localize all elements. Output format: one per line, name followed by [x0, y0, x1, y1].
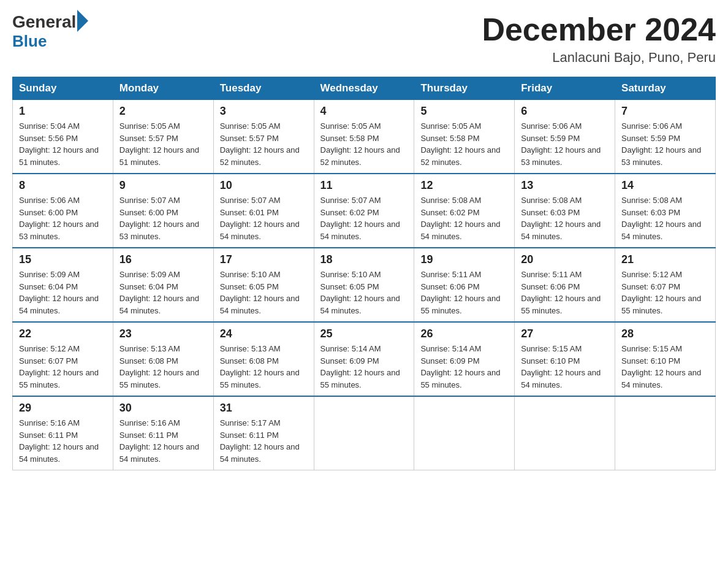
calendar-day-cell: 16 Sunrise: 5:09 AM Sunset: 6:04 PM Dayl…	[113, 248, 213, 322]
weekday-header-tuesday: Tuesday	[213, 77, 314, 100]
calendar-day-cell: 30 Sunrise: 5:16 AM Sunset: 6:11 PM Dayl…	[113, 396, 213, 470]
day-number: 25	[320, 327, 408, 340]
logo-arrow-icon	[77, 10, 88, 32]
day-number: 30	[119, 402, 207, 415]
day-number: 4	[320, 105, 408, 118]
day-number: 11	[320, 179, 408, 192]
day-number: 18	[320, 253, 408, 266]
day-info: Sunrise: 5:13 AM Sunset: 6:08 PM Dayligh…	[220, 343, 308, 391]
day-info: Sunrise: 5:05 AM Sunset: 5:58 PM Dayligh…	[320, 120, 408, 168]
day-info: Sunrise: 5:08 AM Sunset: 6:03 PM Dayligh…	[521, 194, 609, 242]
calendar-day-cell: 18 Sunrise: 5:10 AM Sunset: 6:05 PM Dayl…	[314, 248, 414, 322]
day-number: 5	[420, 105, 508, 118]
calendar-day-cell: 25 Sunrise: 5:14 AM Sunset: 6:09 PM Dayl…	[314, 322, 414, 396]
day-number: 15	[19, 253, 107, 266]
weekday-header-thursday: Thursday	[414, 77, 515, 100]
day-info: Sunrise: 5:14 AM Sunset: 6:09 PM Dayligh…	[420, 343, 508, 391]
day-number: 31	[220, 402, 308, 415]
day-info: Sunrise: 5:15 AM Sunset: 6:10 PM Dayligh…	[621, 343, 709, 391]
day-info: Sunrise: 5:09 AM Sunset: 6:04 PM Dayligh…	[19, 269, 107, 316]
day-info: Sunrise: 5:11 AM Sunset: 6:06 PM Dayligh…	[420, 269, 508, 316]
day-number: 21	[621, 253, 709, 266]
day-info: Sunrise: 5:07 AM Sunset: 6:00 PM Dayligh…	[119, 194, 207, 242]
day-info: Sunrise: 5:16 AM Sunset: 6:11 PM Dayligh…	[119, 417, 207, 465]
calendar-day-cell: 12 Sunrise: 5:08 AM Sunset: 6:02 PM Dayl…	[414, 174, 515, 248]
logo-blue-text: Blue	[12, 32, 47, 51]
day-info: Sunrise: 5:07 AM Sunset: 6:02 PM Dayligh…	[320, 194, 408, 242]
day-number: 27	[521, 327, 609, 340]
calendar-day-cell: 22 Sunrise: 5:12 AM Sunset: 6:07 PM Dayl…	[13, 322, 113, 396]
calendar-day-cell: 15 Sunrise: 5:09 AM Sunset: 6:04 PM Dayl…	[13, 248, 113, 322]
day-info: Sunrise: 5:10 AM Sunset: 6:05 PM Dayligh…	[220, 269, 308, 316]
weekday-header-sunday: Sunday	[13, 77, 113, 100]
calendar-day-cell: 31 Sunrise: 5:17 AM Sunset: 6:11 PM Dayl…	[213, 396, 314, 470]
day-info: Sunrise: 5:17 AM Sunset: 6:11 PM Dayligh…	[220, 417, 308, 465]
calendar-day-cell: 20 Sunrise: 5:11 AM Sunset: 6:06 PM Dayl…	[515, 248, 615, 322]
day-info: Sunrise: 5:04 AM Sunset: 5:56 PM Dayligh…	[19, 120, 107, 168]
calendar-week-row: 15 Sunrise: 5:09 AM Sunset: 6:04 PM Dayl…	[13, 248, 716, 322]
day-number: 29	[19, 402, 107, 415]
calendar-day-cell: 2 Sunrise: 5:05 AM Sunset: 5:57 PM Dayli…	[113, 100, 213, 174]
day-number: 24	[220, 327, 308, 340]
day-info: Sunrise: 5:12 AM Sunset: 6:07 PM Dayligh…	[621, 269, 709, 316]
day-number: 28	[621, 327, 709, 340]
calendar-week-row: 8 Sunrise: 5:06 AM Sunset: 6:00 PM Dayli…	[13, 174, 716, 248]
day-info: Sunrise: 5:15 AM Sunset: 6:10 PM Dayligh…	[521, 343, 609, 391]
day-info: Sunrise: 5:06 AM Sunset: 5:59 PM Dayligh…	[621, 120, 709, 168]
calendar-day-cell: 14 Sunrise: 5:08 AM Sunset: 6:03 PM Dayl…	[615, 174, 716, 248]
day-number: 7	[621, 105, 709, 118]
day-info: Sunrise: 5:05 AM Sunset: 5:57 PM Dayligh…	[119, 120, 207, 168]
calendar-week-row: 22 Sunrise: 5:12 AM Sunset: 6:07 PM Dayl…	[13, 322, 716, 396]
calendar-day-cell: 8 Sunrise: 5:06 AM Sunset: 6:00 PM Dayli…	[13, 174, 113, 248]
day-info: Sunrise: 5:06 AM Sunset: 5:59 PM Dayligh…	[521, 120, 609, 168]
calendar-day-cell: 10 Sunrise: 5:07 AM Sunset: 6:01 PM Dayl…	[213, 174, 314, 248]
calendar-day-cell: 1 Sunrise: 5:04 AM Sunset: 5:56 PM Dayli…	[13, 100, 113, 174]
logo-general-text: General	[12, 12, 76, 32]
weekday-header-friday: Friday	[515, 77, 615, 100]
calendar-day-cell	[615, 396, 716, 470]
calendar-day-cell: 7 Sunrise: 5:06 AM Sunset: 5:59 PM Dayli…	[615, 100, 716, 174]
day-info: Sunrise: 5:05 AM Sunset: 5:57 PM Dayligh…	[220, 120, 308, 168]
page-header: General Blue December 2024 Lanlacuni Baj…	[12, 12, 716, 66]
calendar-day-cell	[314, 396, 414, 470]
day-info: Sunrise: 5:09 AM Sunset: 6:04 PM Dayligh…	[119, 269, 207, 316]
calendar-day-cell: 27 Sunrise: 5:15 AM Sunset: 6:10 PM Dayl…	[515, 322, 615, 396]
day-number: 13	[521, 179, 609, 192]
calendar-week-row: 29 Sunrise: 5:16 AM Sunset: 6:11 PM Dayl…	[13, 396, 716, 470]
day-info: Sunrise: 5:11 AM Sunset: 6:06 PM Dayligh…	[521, 269, 609, 316]
calendar-day-cell: 23 Sunrise: 5:13 AM Sunset: 6:08 PM Dayl…	[113, 322, 213, 396]
calendar-day-cell: 6 Sunrise: 5:06 AM Sunset: 5:59 PM Dayli…	[515, 100, 615, 174]
day-info: Sunrise: 5:08 AM Sunset: 6:02 PM Dayligh…	[420, 194, 508, 242]
day-number: 26	[420, 327, 508, 340]
calendar-week-row: 1 Sunrise: 5:04 AM Sunset: 5:56 PM Dayli…	[13, 100, 716, 174]
day-number: 17	[220, 253, 308, 266]
weekday-header-monday: Monday	[113, 77, 213, 100]
day-info: Sunrise: 5:06 AM Sunset: 6:00 PM Dayligh…	[19, 194, 107, 242]
day-number: 12	[420, 179, 508, 192]
calendar-day-cell: 24 Sunrise: 5:13 AM Sunset: 6:08 PM Dayl…	[213, 322, 314, 396]
day-info: Sunrise: 5:12 AM Sunset: 6:07 PM Dayligh…	[19, 343, 107, 391]
logo: General Blue	[12, 12, 88, 51]
calendar-day-cell: 4 Sunrise: 5:05 AM Sunset: 5:58 PM Dayli…	[314, 100, 414, 174]
day-number: 6	[521, 105, 609, 118]
day-info: Sunrise: 5:05 AM Sunset: 5:58 PM Dayligh…	[420, 120, 508, 168]
calendar-day-cell: 17 Sunrise: 5:10 AM Sunset: 6:05 PM Dayl…	[213, 248, 314, 322]
day-number: 2	[119, 105, 207, 118]
weekday-header-row: SundayMondayTuesdayWednesdayThursdayFrid…	[13, 77, 716, 100]
calendar-day-cell: 26 Sunrise: 5:14 AM Sunset: 6:09 PM Dayl…	[414, 322, 515, 396]
day-number: 8	[19, 179, 107, 192]
day-info: Sunrise: 5:10 AM Sunset: 6:05 PM Dayligh…	[320, 269, 408, 316]
day-number: 16	[119, 253, 207, 266]
day-number: 14	[621, 179, 709, 192]
weekday-header-wednesday: Wednesday	[314, 77, 414, 100]
day-number: 9	[119, 179, 207, 192]
day-number: 23	[119, 327, 207, 340]
day-number: 20	[521, 253, 609, 266]
calendar-day-cell: 3 Sunrise: 5:05 AM Sunset: 5:57 PM Dayli…	[213, 100, 314, 174]
day-number: 10	[220, 179, 308, 192]
calendar-title: December 2024	[482, 12, 716, 47]
day-number: 1	[19, 105, 107, 118]
calendar-table: SundayMondayTuesdayWednesdayThursdayFrid…	[12, 77, 716, 470]
day-number: 3	[220, 105, 308, 118]
calendar-day-cell: 9 Sunrise: 5:07 AM Sunset: 6:00 PM Dayli…	[113, 174, 213, 248]
